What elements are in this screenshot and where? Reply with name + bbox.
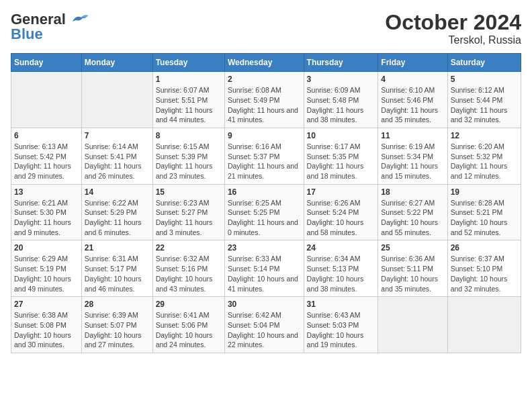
- day-number: 15: [156, 187, 222, 197]
- calendar-cell: 10Sunrise: 6:17 AMSunset: 5:35 PMDayligh…: [304, 128, 378, 184]
- col-header-saturday: Saturday: [447, 54, 521, 72]
- day-number: 17: [307, 187, 375, 197]
- day-number: 31: [307, 300, 375, 309]
- day-info: Sunrise: 6:17 AMSunset: 5:35 PMDaylight:…: [307, 142, 375, 181]
- calendar-cell: 14Sunrise: 6:22 AMSunset: 5:29 PMDayligh…: [81, 184, 152, 240]
- calendar-cell: 26Sunrise: 6:37 AMSunset: 5:10 PMDayligh…: [447, 240, 521, 297]
- day-info: Sunrise: 6:39 AMSunset: 5:07 PMDaylight:…: [85, 310, 150, 350]
- calendar-cell: 29Sunrise: 6:41 AMSunset: 5:06 PMDayligh…: [152, 297, 224, 353]
- calendar-cell: 11Sunrise: 6:19 AMSunset: 5:34 PMDayligh…: [378, 128, 447, 184]
- col-header-sunday: Sunday: [11, 54, 82, 72]
- day-info: Sunrise: 6:19 AMSunset: 5:34 PMDaylight:…: [381, 142, 444, 181]
- day-info: Sunrise: 6:26 AMSunset: 5:24 PMDaylight:…: [307, 198, 375, 238]
- day-info: Sunrise: 6:31 AMSunset: 5:17 PMDaylight:…: [85, 254, 150, 293]
- day-info: Sunrise: 6:08 AMSunset: 5:49 PMDaylight:…: [228, 85, 301, 125]
- day-info: Sunrise: 6:41 AMSunset: 5:06 PMDaylight:…: [156, 310, 222, 350]
- calendar-cell: [447, 297, 521, 353]
- day-number: 14: [85, 187, 150, 197]
- day-number: 19: [451, 187, 518, 197]
- day-info: Sunrise: 6:10 AMSunset: 5:46 PMDaylight:…: [381, 85, 444, 125]
- calendar-cell: 30Sunrise: 6:42 AMSunset: 5:04 PMDayligh…: [224, 297, 304, 353]
- calendar-cell: 9Sunrise: 6:16 AMSunset: 5:37 PMDaylight…: [224, 128, 304, 184]
- day-info: Sunrise: 6:25 AMSunset: 5:25 PMDaylight:…: [228, 198, 301, 238]
- page-subtitle: Terskol, Russia: [385, 34, 521, 46]
- day-number: 2: [228, 75, 301, 84]
- calendar-week-row: 13Sunrise: 6:21 AMSunset: 5:30 PMDayligh…: [11, 184, 521, 240]
- calendar-cell: 7Sunrise: 6:14 AMSunset: 5:41 PMDaylight…: [81, 128, 152, 184]
- calendar-table: SundayMondayTuesdayWednesdayThursdayFrid…: [11, 53, 521, 353]
- day-number: 29: [156, 300, 222, 309]
- day-number: 13: [14, 187, 79, 197]
- day-info: Sunrise: 6:43 AMSunset: 5:03 PMDaylight:…: [307, 310, 375, 350]
- logo-bird-icon: [69, 12, 89, 27]
- day-number: 26: [451, 243, 518, 253]
- day-number: 10: [307, 131, 375, 140]
- calendar-cell: 1Sunrise: 6:07 AMSunset: 5:51 PMDaylight…: [152, 72, 224, 128]
- day-number: 12: [451, 131, 518, 140]
- day-info: Sunrise: 6:12 AMSunset: 5:44 PMDaylight:…: [451, 85, 518, 125]
- calendar-cell: 5Sunrise: 6:12 AMSunset: 5:44 PMDaylight…: [447, 72, 521, 128]
- day-info: Sunrise: 6:20 AMSunset: 5:32 PMDaylight:…: [451, 142, 518, 181]
- day-info: Sunrise: 6:28 AMSunset: 5:21 PMDaylight:…: [451, 198, 518, 238]
- day-info: Sunrise: 6:36 AMSunset: 5:11 PMDaylight:…: [381, 254, 444, 293]
- calendar-cell: 17Sunrise: 6:26 AMSunset: 5:24 PMDayligh…: [304, 184, 378, 240]
- calendar-cell: 18Sunrise: 6:27 AMSunset: 5:22 PMDayligh…: [378, 184, 447, 240]
- day-number: 27: [14, 300, 79, 309]
- day-info: Sunrise: 6:21 AMSunset: 5:30 PMDaylight:…: [14, 198, 79, 238]
- calendar-cell: [11, 72, 82, 128]
- calendar-cell: 4Sunrise: 6:10 AMSunset: 5:46 PMDaylight…: [378, 72, 447, 128]
- logo-text-blue: Blue: [11, 26, 43, 43]
- day-info: Sunrise: 6:09 AMSunset: 5:48 PMDaylight:…: [307, 85, 375, 125]
- calendar-cell: [378, 297, 447, 353]
- calendar-cell: 23Sunrise: 6:33 AMSunset: 5:14 PMDayligh…: [224, 240, 304, 297]
- calendar-cell: 24Sunrise: 6:34 AMSunset: 5:13 PMDayligh…: [304, 240, 378, 297]
- day-number: 23: [228, 243, 301, 253]
- day-number: 1: [156, 75, 222, 84]
- calendar-week-row: 20Sunrise: 6:29 AMSunset: 5:19 PMDayligh…: [11, 240, 521, 297]
- calendar-cell: 22Sunrise: 6:32 AMSunset: 5:16 PMDayligh…: [152, 240, 224, 297]
- day-info: Sunrise: 6:15 AMSunset: 5:39 PMDaylight:…: [156, 142, 222, 181]
- day-info: Sunrise: 6:16 AMSunset: 5:37 PMDaylight:…: [228, 142, 301, 181]
- day-number: 28: [85, 300, 150, 309]
- calendar-cell: 19Sunrise: 6:28 AMSunset: 5:21 PMDayligh…: [447, 184, 521, 240]
- day-number: 24: [307, 243, 375, 253]
- day-info: Sunrise: 6:33 AMSunset: 5:14 PMDaylight:…: [228, 254, 301, 293]
- day-info: Sunrise: 6:37 AMSunset: 5:10 PMDaylight:…: [451, 254, 518, 293]
- page-header: General Blue October 2024 Terskol, Russi…: [11, 11, 521, 46]
- calendar-week-row: 1Sunrise: 6:07 AMSunset: 5:51 PMDaylight…: [11, 72, 521, 128]
- day-number: 16: [228, 187, 301, 197]
- calendar-cell: 15Sunrise: 6:23 AMSunset: 5:27 PMDayligh…: [152, 184, 224, 240]
- day-number: 4: [381, 75, 444, 84]
- calendar-week-row: 6Sunrise: 6:13 AMSunset: 5:42 PMDaylight…: [11, 128, 521, 184]
- day-info: Sunrise: 6:29 AMSunset: 5:19 PMDaylight:…: [14, 254, 79, 293]
- day-info: Sunrise: 6:07 AMSunset: 5:51 PMDaylight:…: [156, 85, 222, 125]
- calendar-cell: 12Sunrise: 6:20 AMSunset: 5:32 PMDayligh…: [447, 128, 521, 184]
- day-number: 11: [381, 131, 444, 140]
- calendar-cell: 13Sunrise: 6:21 AMSunset: 5:30 PMDayligh…: [11, 184, 82, 240]
- calendar-cell: 8Sunrise: 6:15 AMSunset: 5:39 PMDaylight…: [152, 128, 224, 184]
- calendar-cell: 27Sunrise: 6:38 AMSunset: 5:08 PMDayligh…: [11, 297, 82, 353]
- calendar-cell: 21Sunrise: 6:31 AMSunset: 5:17 PMDayligh…: [81, 240, 152, 297]
- day-info: Sunrise: 6:32 AMSunset: 5:16 PMDaylight:…: [156, 254, 222, 293]
- day-info: Sunrise: 6:27 AMSunset: 5:22 PMDaylight:…: [381, 198, 444, 238]
- calendar-cell: 3Sunrise: 6:09 AMSunset: 5:48 PMDaylight…: [304, 72, 378, 128]
- calendar-header-row: SundayMondayTuesdayWednesdayThursdayFrid…: [11, 54, 521, 72]
- day-number: 25: [381, 243, 444, 253]
- day-number: 30: [228, 300, 301, 309]
- day-info: Sunrise: 6:23 AMSunset: 5:27 PMDaylight:…: [156, 198, 222, 238]
- calendar-cell: 6Sunrise: 6:13 AMSunset: 5:42 PMDaylight…: [11, 128, 82, 184]
- col-header-wednesday: Wednesday: [224, 54, 304, 72]
- day-number: 18: [381, 187, 444, 197]
- calendar-cell: 28Sunrise: 6:39 AMSunset: 5:07 PMDayligh…: [81, 297, 152, 353]
- day-info: Sunrise: 6:38 AMSunset: 5:08 PMDaylight:…: [14, 310, 79, 350]
- col-header-tuesday: Tuesday: [152, 54, 224, 72]
- logo: General Blue: [11, 11, 89, 43]
- calendar-cell: 31Sunrise: 6:43 AMSunset: 5:03 PMDayligh…: [304, 297, 378, 353]
- calendar-cell: [81, 72, 152, 128]
- day-number: 3: [307, 75, 375, 84]
- calendar-cell: 16Sunrise: 6:25 AMSunset: 5:25 PMDayligh…: [224, 184, 304, 240]
- day-number: 22: [156, 243, 222, 253]
- calendar-cell: 25Sunrise: 6:36 AMSunset: 5:11 PMDayligh…: [378, 240, 447, 297]
- day-info: Sunrise: 6:13 AMSunset: 5:42 PMDaylight:…: [14, 142, 79, 181]
- day-number: 6: [14, 131, 79, 140]
